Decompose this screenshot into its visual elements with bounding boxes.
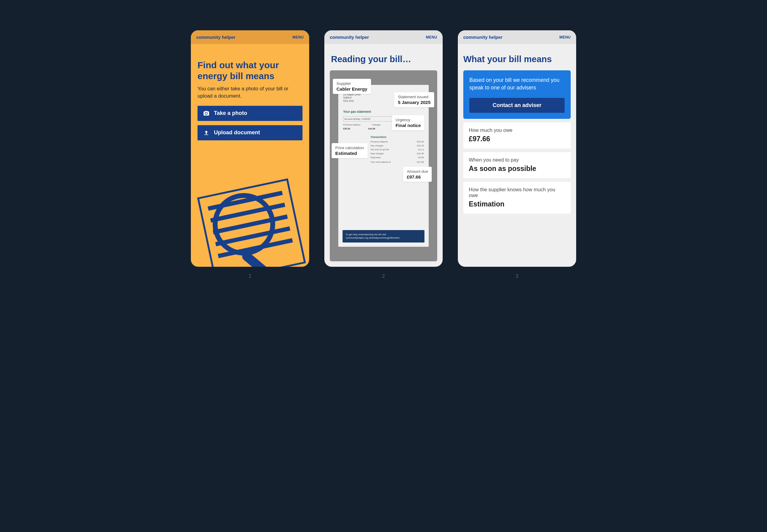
bill-transaction-value: £53.30 — [417, 140, 424, 143]
upload-document-label: Upload document — [214, 129, 260, 136]
app-header: community helper MENU — [458, 30, 576, 44]
card-label: When you need to pay — [469, 157, 565, 163]
brand-label: community helper — [463, 35, 502, 40]
bill-transaction-value: £44.36 — [417, 152, 424, 155]
bill-transaction-label: Previous balance — [370, 140, 388, 143]
callout-value: Estimated — [335, 151, 364, 156]
callout-label: Amount due — [407, 169, 428, 174]
card-amount-owed: How much you owe £97.66 — [463, 122, 571, 149]
contact-adviser-button[interactable]: Contact an adviser — [469, 98, 564, 113]
bill-transaction-label: New charges — [370, 152, 384, 155]
bill-statement-heading: Your gas statement — [343, 110, 424, 113]
callout-label: Urgency — [396, 118, 421, 122]
magnifier-document-illustration — [191, 173, 309, 267]
screen-number: 1 — [249, 273, 252, 279]
screen-number: 3 — [516, 273, 518, 279]
svg-line-5 — [218, 240, 293, 256]
svg-line-4 — [216, 229, 290, 244]
callout-value: Cabler Energy — [337, 86, 367, 92]
callout-supplier: Supplier Cabler Energy — [333, 79, 371, 94]
card-label: How much you owe — [469, 127, 565, 133]
callout-statement-issued: Statement issued 5 January 2025 — [394, 92, 434, 107]
recommendation-text: Based on your bill we recommend you spea… — [469, 76, 564, 92]
card-value: Estimation — [469, 200, 565, 208]
page-title: Reading your bill… — [324, 44, 443, 70]
bill-footer: To get help understanding the bill visit… — [343, 230, 424, 243]
bill-value: £44.36 — [368, 127, 375, 130]
card-how-supplier-knows: How the supplier knows how much you owe … — [463, 182, 571, 214]
svg-line-1 — [208, 193, 283, 209]
page-subtitle: You can either take a photo of your bill… — [198, 85, 303, 100]
page-title: What your bill means — [463, 54, 571, 64]
take-photo-button[interactable]: Take a photo — [198, 106, 303, 121]
bill-transaction-label: VAT £42.29 @ 5% — [370, 148, 389, 151]
bill-transaction-label: Payments — [370, 156, 380, 159]
bill-transactions-heading: Transactions — [370, 136, 424, 139]
callout-label: Statement issued — [398, 95, 430, 99]
svg-rect-0 — [198, 179, 305, 267]
svg-line-2 — [211, 205, 285, 220]
screen-find-out: community helper MENU Find out what your… — [191, 30, 309, 267]
callout-value: £97.66 — [407, 174, 428, 179]
card-value: As soon as possible — [469, 165, 565, 173]
camera-icon — [203, 110, 210, 117]
bill-transaction-label: Your new balance is — [370, 161, 391, 163]
screen-what-bill-means: community helper MENU What your bill mea… — [458, 30, 576, 267]
bill-value: £53.30 — [343, 127, 350, 130]
callout-urgency: Urgency Final notice — [392, 115, 424, 130]
svg-rect-7 — [240, 250, 286, 267]
card-value: £97.66 — [469, 135, 565, 143]
upload-icon — [203, 129, 210, 136]
menu-button[interactable]: MENU — [426, 35, 437, 39]
svg-point-6 — [215, 196, 273, 253]
bill-transaction-value: £2.11 — [418, 148, 424, 151]
callout-label: Supplier — [337, 81, 367, 86]
callout-value: 5 January 2025 — [398, 100, 430, 105]
callout-price-calculation: Price calculation Estimated — [332, 143, 368, 158]
app-header: community helper MENU — [191, 30, 309, 44]
bill-footer-line: communityhelper.org.uk/whatyourenergybil… — [346, 236, 421, 239]
bill-col-header: Previous balance — [343, 123, 361, 126]
callout-label: Price calculation — [335, 146, 364, 150]
bill-document: Daniel Robinson 15 Maple Drive Salford S… — [338, 85, 429, 247]
callout-value: Final notice — [396, 123, 421, 128]
bill-transaction-value: £0.00 — [418, 156, 424, 159]
screen-reading-bill: community helper MENU Reading your bill…… — [324, 30, 443, 267]
bill-scan-area: Daniel Robinson 15 Maple Drive Salford S… — [330, 70, 437, 261]
upload-document-button[interactable]: Upload document — [198, 125, 303, 140]
bill-col-header: Charges — [372, 123, 380, 126]
brand-label: community helper — [196, 35, 236, 40]
screen-number: 2 — [382, 273, 385, 279]
card-when-to-pay: When you need to pay As soon as possible — [463, 152, 571, 178]
bill-footer-line: To get help understanding the bill visit — [346, 233, 421, 236]
page-title: Find out what your energy bill means — [198, 60, 303, 82]
callout-amount-due: Amount due £97.66 — [403, 167, 432, 182]
bill-transaction-value: £97.66 — [417, 161, 424, 163]
recommendation-panel: Based on your bill we recommend you spea… — [463, 70, 571, 119]
menu-button[interactable]: MENU — [559, 35, 571, 39]
bill-transaction-value: £42.18 — [417, 144, 424, 147]
brand-label: community helper — [330, 35, 369, 40]
take-photo-label: Take a photo — [214, 110, 247, 116]
svg-line-3 — [213, 216, 288, 232]
menu-button[interactable]: MENU — [293, 35, 304, 39]
card-label: How the supplier knows how much you owe — [469, 187, 565, 198]
app-header: community helper MENU — [324, 30, 443, 44]
bill-transaction-label: Gas charges — [370, 144, 384, 147]
